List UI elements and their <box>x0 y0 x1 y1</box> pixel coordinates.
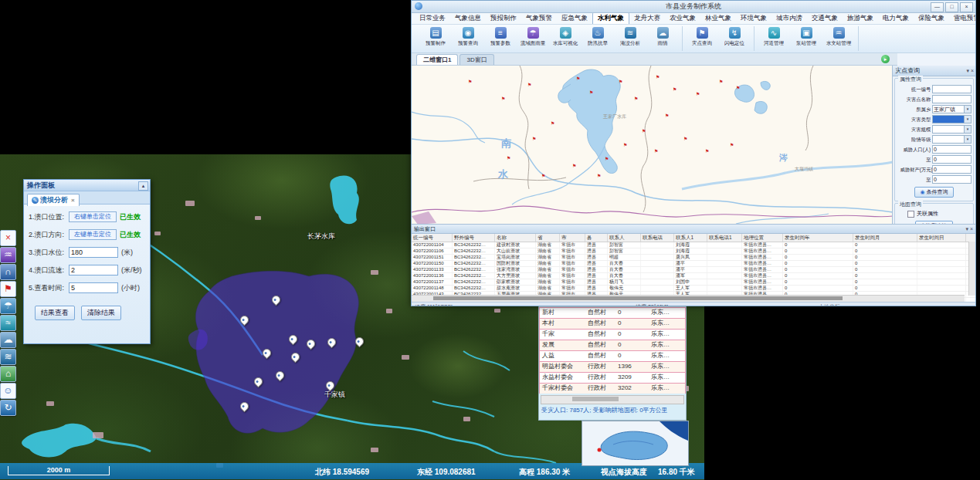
field-input-威胁财产(万元)[interactable]: 0 <box>932 165 972 174</box>
value-input[interactable]: 5 <box>69 282 118 293</box>
disaster-point-marker[interactable]: ⚑ <box>665 113 669 118</box>
field-input-统一编号[interactable] <box>932 85 972 93</box>
disaster-point-marker[interactable]: ⚑ <box>696 92 700 96</box>
menu-item-雷电预警[interactable]: 雷电预警 <box>949 13 976 24</box>
toolbar-button-预警制作[interactable]: ▤预警制作 <box>419 26 452 51</box>
village-row[interactable]: 永益村委会行政村3209乐东… <box>539 372 686 383</box>
refresh-icon[interactable]: ↻ <box>0 400 16 416</box>
column-header-地理位置[interactable]: 地理位置 <box>742 234 783 242</box>
disaster-point-marker[interactable]: ⚑ <box>634 96 638 101</box>
menu-item-交通气象[interactable]: 交通气象 <box>807 13 843 24</box>
table-row[interactable]: 430722001150BC34262232…国防村滑坡湖南省常德市澧县肖大春潘… <box>412 261 975 267</box>
village-row[interactable]: 明益村委会行政村1396乐东… <box>539 361 686 372</box>
column-header-联系电话[interactable]: 联系电话 <box>641 234 674 242</box>
menu-item-电力气象[interactable]: 电力气象 <box>878 13 914 24</box>
toolbar-button-淹没分析[interactable]: ≋淹没分析 <box>614 26 646 51</box>
maximize-button[interactable]: □ <box>945 2 958 12</box>
minimize-button[interactable]: — <box>931 2 944 12</box>
collapse-button[interactable]: ▴ <box>138 181 148 191</box>
column-header-省[interactable]: 省 <box>536 234 560 242</box>
menu-item-旅游气象[interactable]: 旅游气象 <box>843 13 878 24</box>
menu-item-林业气象[interactable]: 林业气象 <box>700 13 736 24</box>
disaster-point-marker[interactable]: ⚑ <box>576 76 580 81</box>
toolbar-button-水文站管理[interactable]: ♒水文站管理 <box>822 26 855 51</box>
disaster-point-marker[interactable]: ⚑ <box>619 79 622 84</box>
menu-item-龙舟大赛[interactable]: 龙舟大赛 <box>629 13 665 24</box>
disaster-point-marker[interactable]: ⚑ <box>605 157 609 161</box>
toolbar-button-流域面雨量[interactable]: ☂流域面雨量 <box>517 26 549 51</box>
close-icon[interactable]: × <box>970 226 973 232</box>
column-header-发生时间年[interactable]: 发生时间年 <box>783 234 853 242</box>
value-input[interactable]: 2 <box>69 265 118 275</box>
village-row[interactable]: 新村自然村0乐东… <box>539 307 686 318</box>
column-header-联系电话1[interactable]: 联系电话1 <box>707 234 742 242</box>
disaster-point-marker[interactable]: ⚑ <box>507 156 510 161</box>
operation-panel-dialog[interactable]: 操作面板 ▴ ✎ 溃坝分析 × 1.溃口位置:右键单击定位已生效2.溃口方向:左… <box>23 179 151 344</box>
disaster-point-marker[interactable]: ⚑ <box>597 174 601 178</box>
disaster-point-marker[interactable]: ⚑ <box>683 137 687 141</box>
link-attribute-checkbox[interactable]: 关联属性 <box>907 210 972 218</box>
gis-map-viewport[interactable]: ⚑⚑⚑⚑⚑⚑⚑⚑⚑⚑⚑⚑⚑⚑⚑⚑⚑⚑⚑⚑⚑⚑⚑⚑⚑⚑ 南水涔王家厂水库大堰垱镇 <box>412 66 893 224</box>
menu-item-日常业务[interactable]: 日常业务 <box>415 13 450 24</box>
village-stats-panel[interactable]: 受灾村庄 新村自然村0乐东…本村自然村0乐东…千家自然村0乐东…发展自然村0乐东… <box>538 297 687 421</box>
village-h-scrollbar[interactable] <box>541 395 684 404</box>
field-select-所属乡[interactable]: 王家厂镇▾ <box>932 105 972 113</box>
table-panel-header[interactable]: 输出窗口 ▾ × <box>412 225 975 234</box>
menu-item-环境气象[interactable]: 环境气象 <box>736 13 771 24</box>
disaster-point-marker[interactable]: ⚑ <box>623 143 627 147</box>
field-input-至[interactable]: 0 <box>932 175 972 184</box>
tab-dam-break-analysis[interactable]: ✎ 溃坝分析 × <box>27 194 80 206</box>
disaster-point-marker[interactable]: ⚑ <box>705 149 709 154</box>
dialog-button-结果查看[interactable]: 结果查看 <box>35 306 75 320</box>
locate-action-box[interactable]: 右键单击定位 <box>69 211 117 222</box>
table-row[interactable]: 430722001136BC34262232…大方里滑坡湖南省常德市澧县肖大春潘… <box>412 273 975 279</box>
menu-item-水利气象[interactable]: 水利气象 <box>592 12 629 24</box>
table-row[interactable]: 430722001151BC34262232…宝塔岗滑坡湖南省常德市澧县明超唐兴… <box>412 255 975 261</box>
column-header-联系人1[interactable]: 联系人1 <box>674 234 707 242</box>
field-select-灾害类型[interactable]: ▾ <box>932 115 972 123</box>
pin-icon[interactable]: ▾ <box>966 68 969 73</box>
table-h-scrollbar[interactable] <box>412 295 965 302</box>
field-select-灾害规模[interactable]: ▾ <box>932 125 972 134</box>
field-input-威胁人口(人)[interactable]: 0 <box>932 145 972 154</box>
column-header-联系人[interactable]: 联系人 <box>608 234 641 242</box>
toolbar-button-闪电定位[interactable]: ↯闪电定位 <box>718 26 751 51</box>
field-input-灾害点名称[interactable] <box>932 95 972 103</box>
user-icon[interactable]: ☺ <box>0 383 16 399</box>
umbrella-icon[interactable]: ☂ <box>0 298 16 314</box>
toolbar-button-灾点查询[interactable]: ⚑灾点查询 <box>686 26 718 51</box>
village-row[interactable]: 人益自然村0乐东… <box>539 350 686 361</box>
value-input[interactable]: 180 <box>69 247 118 258</box>
water-drops-icon[interactable]: ≈ <box>0 315 16 331</box>
field-select-险情等级[interactable]: ▾ <box>932 135 972 144</box>
flood-rescue-icon[interactable]: ♒ <box>0 247 16 263</box>
table-row[interactable]: 430722001148BC34262232…甜水庵滑坡湖南省常德市澧县敬伟元王… <box>412 286 975 292</box>
disaster-point-marker[interactable]: ⚑ <box>719 79 723 84</box>
disaster-point-marker[interactable]: ⚑ <box>551 121 554 126</box>
pin-icon[interactable]: ▾ <box>965 226 968 232</box>
table-row[interactable]: 430722001133BC34262232…张家湾滑坡湖南省常德市澧县肖大春潘… <box>412 267 975 273</box>
close-icon[interactable]: × <box>971 68 974 73</box>
toolbar-button-水库可视化[interactable]: ◈水库可视化 <box>549 26 582 51</box>
tunnel-icon[interactable]: ∩ <box>0 264 16 280</box>
dialog-button-清除结果[interactable]: 清除结果 <box>81 306 121 320</box>
toolbar-button-防汛抗旱[interactable]: ♨防汛抗旱 <box>582 26 614 51</box>
village-row[interactable]: 千家自然村0乐东… <box>539 329 686 340</box>
disaster-point-marker[interactable]: ⚑ <box>642 129 646 134</box>
home-icon[interactable]: ⌂ <box>0 366 16 382</box>
toolbar-button-河道管理[interactable]: ∿河道管理 <box>758 26 790 51</box>
disaster-point-marker[interactable]: ⚑ <box>532 137 536 141</box>
menu-item-农业气象[interactable]: 农业气象 <box>665 13 700 24</box>
column-header-野外编号[interactable]: 野外编号 <box>453 234 495 242</box>
map-refresh-button[interactable]: ▸ <box>881 55 890 63</box>
disaster-point-marker[interactable]: ⚑ <box>656 75 660 79</box>
toolbar-button-泵站管理[interactable]: ▣泵站管理 <box>790 26 822 51</box>
disaster-point-marker[interactable]: ⚑ <box>541 174 545 178</box>
rain-cloud-icon[interactable]: ☁ <box>0 332 16 348</box>
disaster-point-marker[interactable]: ⚑ <box>673 87 677 92</box>
close-button[interactable]: × <box>960 2 973 12</box>
disaster-point-marker[interactable]: ⚑ <box>468 79 472 84</box>
overview-mini-map[interactable] <box>582 421 689 466</box>
dialog-titlebar[interactable]: 操作面板 ▴ <box>24 180 150 191</box>
toolbar-button-预警参数[interactable]: ≡预警参数 <box>484 26 517 51</box>
